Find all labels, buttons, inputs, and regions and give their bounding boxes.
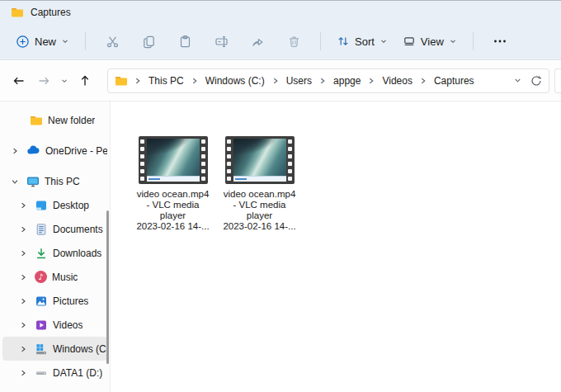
address-dropdown-chevron[interactable] — [513, 76, 522, 85]
toolbar-divider — [85, 32, 86, 50]
cut-button[interactable] — [94, 27, 130, 55]
up-button[interactable] — [73, 68, 97, 93]
ocean-video-frame — [147, 139, 200, 182]
delete-button[interactable] — [276, 27, 312, 55]
view-button[interactable]: View — [395, 30, 464, 53]
share-button[interactable] — [239, 27, 276, 55]
address-bar[interactable]: This PC Windows (C:) Users appge Videos … — [107, 68, 549, 93]
breadcrumb-separator-icon — [271, 77, 280, 85]
breadcrumb-separator-icon — [190, 77, 200, 85]
ocean-video-frame — [233, 139, 286, 182]
sidebar-item-label: DATA1 (D:) — [53, 367, 102, 379]
chevron-right-icon[interactable] — [8, 147, 21, 155]
sidebar-item-label: Music — [52, 272, 78, 283]
paste-button[interactable] — [167, 27, 203, 55]
chevron-right-icon[interactable] — [16, 273, 30, 281]
title-bar: Captures — [0, 1, 561, 23]
chevron-right-icon[interactable] — [16, 201, 30, 210]
desktop-icon — [35, 199, 48, 212]
vlc-controls-bar — [233, 176, 286, 182]
sidebar-item-label: New folder — [48, 115, 95, 126]
new-button[interactable]: New — [8, 30, 77, 54]
documents-icon — [35, 223, 48, 236]
file-explorer-window: Captures New — [0, 0, 561, 392]
vlc-controls-bar — [147, 176, 200, 182]
sidebar-item-new-folder[interactable]: New folder — [2, 108, 107, 132]
video-thumbnail — [139, 136, 208, 184]
sidebar-item-desktop[interactable]: Desktop — [2, 193, 107, 217]
rename-button[interactable] — [203, 27, 239, 55]
chevron-right-icon[interactable] — [16, 321, 30, 329]
sidebar-scrollbar[interactable] — [106, 210, 109, 364]
folder-icon — [115, 74, 128, 87]
chevron-right-icon[interactable] — [16, 369, 30, 377]
breadcrumb-this-pc[interactable]: This PC — [144, 73, 188, 89]
more-options-button[interactable] — [482, 27, 518, 55]
downloads-icon — [35, 247, 48, 260]
breadcrumb-videos[interactable]: Videos — [378, 73, 416, 89]
chevron-down-icon — [61, 37, 69, 45]
this-pc-icon — [26, 175, 40, 188]
chevron-right-icon[interactable] — [16, 249, 30, 257]
breadcrumb-appge[interactable]: appge — [329, 73, 365, 89]
sidebar-item-label: OneDrive - Perso — [45, 145, 107, 157]
sidebar-item-label: Desktop — [53, 200, 89, 211]
view-icon — [403, 35, 416, 48]
search-box[interactable] — [554, 68, 561, 93]
filmstrip-holes — [225, 139, 233, 182]
filmstrip-holes — [200, 139, 208, 182]
chevron-down-icon — [449, 37, 457, 45]
sort-button[interactable]: Sort — [329, 30, 395, 53]
sidebar-item-label: Windows (C:) — [53, 343, 107, 355]
sidebar-item-music[interactable]: ♪ Music — [2, 265, 107, 289]
address-row: This PC Windows (C:) Users appge Videos … — [0, 60, 561, 102]
drive-icon — [35, 366, 48, 380]
file-list-area[interactable]: video ocean.mp4 - VLC media player 2023-… — [111, 102, 561, 392]
recent-locations-chevron[interactable] — [56, 68, 73, 93]
sidebar-item-this-pc[interactable]: This PC — [2, 169, 107, 193]
sidebar-item-label: Videos — [53, 319, 82, 331]
sidebar-item-videos[interactable]: Videos — [2, 313, 107, 337]
chevron-right-icon[interactable] — [16, 345, 30, 353]
windows-drive-icon — [35, 342, 48, 356]
chevron-right-icon[interactable] — [16, 225, 30, 234]
back-button[interactable] — [7, 68, 31, 93]
filmstrip-holes — [286, 139, 295, 182]
breadcrumb-captures[interactable]: Captures — [430, 73, 478, 89]
refresh-icon[interactable] — [530, 75, 542, 87]
content-area: New folder OneDrive - Perso This PC — [0, 102, 561, 392]
vlc-seekbar — [235, 178, 247, 180]
music-icon: ♪ — [35, 271, 47, 283]
breadcrumb-windows-c[interactable]: Windows (C:) — [201, 73, 269, 89]
chevron-down-icon[interactable] — [8, 177, 21, 186]
breadcrumb-separator-icon — [418, 77, 428, 85]
file-item[interactable]: video ocean.mp4 - VLC media player 2023-… — [216, 136, 303, 232]
video-thumbnail — [225, 136, 295, 184]
sidebar-item-label: Pictures — [53, 295, 88, 307]
tab-title[interactable]: Captures — [31, 7, 71, 18]
command-toolbar: New Sort — [0, 23, 561, 60]
breadcrumb-users[interactable]: Users — [282, 73, 316, 89]
onedrive-cloud-icon — [26, 144, 40, 158]
sidebar-item-documents[interactable]: Documents — [2, 217, 107, 241]
forward-button[interactable] — [31, 68, 56, 93]
sidebar-item-windows-c[interactable]: Windows (C:) — [2, 337, 107, 361]
copy-button[interactable] — [130, 27, 167, 55]
sidebar-item-pictures[interactable]: Pictures — [2, 289, 107, 313]
breadcrumb-separator-icon — [318, 77, 328, 85]
file-name-label: video ocean.mp4 - VLC media player 2023-… — [136, 189, 209, 232]
file-grid: video ocean.mp4 - VLC media player 2023-… — [130, 136, 303, 232]
sidebar-item-label: This PC — [45, 176, 80, 187]
pictures-icon — [35, 295, 48, 308]
filmstrip-holes — [139, 139, 147, 182]
file-item[interactable]: video ocean.mp4 - VLC media player 2023-… — [130, 136, 216, 232]
vlc-seekbar — [148, 178, 160, 180]
chevron-right-icon[interactable] — [16, 297, 30, 305]
sidebar-item-downloads[interactable]: Downloads — [2, 241, 107, 265]
plus-circle-icon — [16, 35, 30, 49]
toolbar-divider — [473, 32, 474, 50]
sidebar-item-data1-d[interactable]: DATA1 (D:) — [2, 361, 107, 385]
sidebar-item-onedrive[interactable]: OneDrive - Perso — [2, 139, 107, 163]
sidebar-item-label: Downloads — [53, 248, 101, 259]
folder-icon — [30, 114, 43, 127]
